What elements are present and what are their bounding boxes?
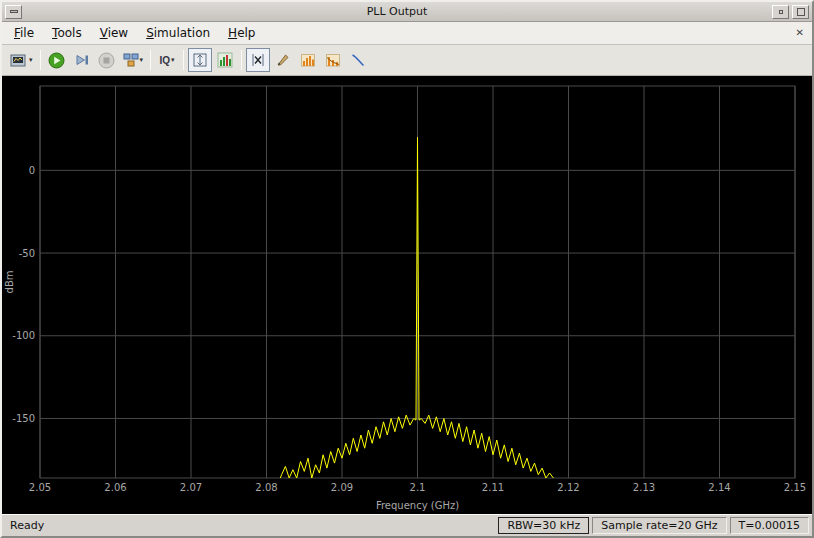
spectrum-settings-icon (217, 52, 233, 68)
menubar-close-icon[interactable]: ✕ (793, 26, 807, 40)
autoscale-button[interactable] (188, 48, 212, 72)
spectrum-plot: 2.052.062.072.082.092.12.112.122.132.142… (2, 76, 812, 514)
dropdown-caret-icon: ▾ (171, 56, 175, 64)
input-settings-button[interactable]: IQ ▾ (155, 48, 179, 72)
svg-text:2.15: 2.15 (784, 482, 806, 493)
svg-text:2.08: 2.08 (255, 482, 277, 493)
autoscale-icon (192, 52, 208, 68)
menu-item-file[interactable]: File (6, 23, 42, 43)
svg-text:-100: -100 (12, 330, 35, 341)
scope-settings-button[interactable]: ▾ (7, 48, 36, 72)
dropdown-caret-icon: ▾ (140, 56, 144, 64)
svg-text:dBm: dBm (4, 271, 15, 294)
toolbar-separator (241, 50, 242, 70)
window-title: PLL Output (25, 5, 769, 18)
stop-icon (98, 52, 115, 69)
spectrum-settings-button[interactable] (213, 48, 237, 72)
menubar: File Tools View Simulation Help ✕ (2, 22, 812, 45)
stop-button[interactable] (95, 48, 119, 72)
svg-text:0: 0 (29, 165, 35, 176)
titlebar: PLL Output (2, 2, 812, 22)
run-icon (48, 52, 65, 69)
svg-text:2.14: 2.14 (708, 482, 730, 493)
step-forward-button[interactable] (70, 48, 94, 72)
ccdf-measurements-icon (350, 52, 366, 68)
simulation-source-icon (123, 52, 139, 68)
menu-item-simulation[interactable]: Simulation (138, 23, 218, 43)
channel-measurements-icon (300, 52, 316, 68)
minimize-icon (779, 10, 783, 14)
svg-text:2.11: 2.11 (482, 482, 504, 493)
svg-text:2.13: 2.13 (633, 482, 655, 493)
run-button[interactable] (45, 48, 69, 72)
menu-item-tools[interactable]: Tools (44, 23, 90, 43)
maximize-icon (797, 8, 805, 16)
pll-output-window: PLL Output File Tools View Simulation He… (0, 0, 814, 538)
distortion-measurements-icon (325, 52, 341, 68)
svg-text:2.05: 2.05 (29, 482, 51, 493)
scope-settings-icon (10, 53, 28, 68)
svg-text:2.06: 2.06 (104, 482, 126, 493)
channel-measurements-button[interactable] (296, 48, 320, 72)
svg-text:-150: -150 (12, 413, 35, 424)
dropdown-caret-icon: ▾ (29, 56, 33, 64)
svg-text:-50: -50 (19, 248, 35, 259)
toolbar-separator (150, 50, 151, 70)
svg-text:Frequency (GHz): Frequency (GHz) (376, 500, 459, 511)
menu-item-view[interactable]: View (92, 23, 136, 43)
cursor-measurements-button[interactable] (246, 48, 270, 72)
cursor-measurements-icon (250, 52, 266, 68)
distortion-measurements-button[interactable] (321, 48, 345, 72)
status-time: T=0.00015 (730, 517, 809, 534)
maximize-button[interactable] (792, 5, 809, 19)
step-forward-icon (74, 52, 90, 68)
toolbar-separator (40, 50, 41, 70)
status-sample-rate: Sample rate=20 GHz (592, 517, 726, 534)
toolbar: ▾ ▾ (2, 45, 812, 76)
peak-finder-icon (275, 52, 291, 68)
peak-finder-button[interactable] (271, 48, 295, 72)
iq-icon: IQ (159, 55, 170, 66)
status-rbw: RBW=30 kHz (498, 517, 589, 534)
menu-item-help[interactable]: Help (220, 23, 263, 43)
plot-area: 2.052.062.072.082.092.12.112.122.132.142… (2, 76, 812, 514)
ccdf-measurements-button[interactable] (346, 48, 370, 72)
status-ready: Ready (5, 519, 495, 532)
svg-text:2.07: 2.07 (180, 482, 202, 493)
minimize-button[interactable] (772, 5, 789, 19)
window-menu-icon (10, 10, 18, 13)
toolbar-separator (183, 50, 184, 70)
svg-text:2.12: 2.12 (557, 482, 579, 493)
svg-text:2.1: 2.1 (410, 482, 426, 493)
svg-text:2.09: 2.09 (331, 482, 353, 493)
simulation-source-button[interactable]: ▾ (120, 48, 147, 72)
window-menu-button[interactable] (5, 5, 22, 19)
statusbar: Ready RBW=30 kHz Sample rate=20 GHz T=0.… (2, 514, 812, 536)
